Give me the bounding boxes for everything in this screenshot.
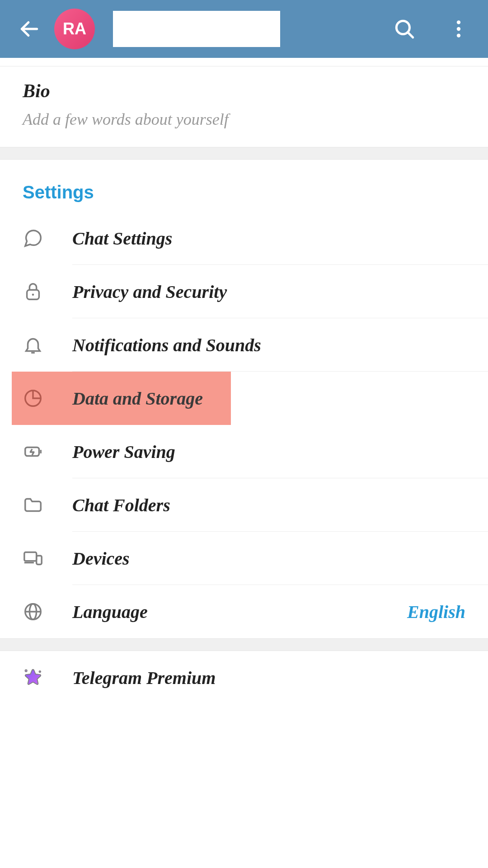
section-divider [0,638,488,651]
star-icon [23,667,72,688]
svg-point-3 [457,20,460,24]
battery-icon [23,441,72,462]
svg-point-18 [25,670,27,672]
svg-point-5 [457,33,460,37]
settings-item-language[interactable]: Language English [0,585,488,638]
bio-hint: Add a few words about yourself [23,110,465,129]
section-divider [0,147,488,160]
settings-item-label: Chat Folders [72,495,170,516]
settings-section-title: Settings [0,182,488,212]
settings-item-privacy-security[interactable]: Privacy and Security [0,265,488,318]
settings-item-label: Devices [72,548,130,569]
avatar[interactable]: RA [54,9,95,49]
settings-item-devices[interactable]: Devices [0,532,488,585]
svg-point-7 [32,293,34,296]
avatar-initials: RA [63,19,86,38]
settings-item-label: Notifications and Sounds [72,335,261,356]
settings-item-notifications[interactable]: Notifications and Sounds [0,318,488,372]
lock-icon [23,281,72,302]
bio-section[interactable]: Bio Add a few words about yourself [0,66,488,147]
settings-item-chat-settings[interactable]: Chat Settings [0,212,488,265]
svg-point-19 [39,671,41,672]
folder-icon [23,495,72,515]
search-button[interactable] [393,18,416,40]
settings-item-data-storage[interactable]: Data and Storage [0,372,488,425]
settings-item-power-saving[interactable]: Power Saving [0,425,488,478]
more-menu-button[interactable] [447,18,470,40]
premium-section: Telegram Premium [0,651,488,704]
chat-icon [23,228,72,249]
back-button[interactable] [18,18,41,40]
settings-item-premium[interactable]: Telegram Premium [0,651,488,704]
app-header: RA [0,0,488,58]
settings-item-label: Telegram Premium [72,667,216,689]
settings-section: Settings Chat Settings Privacy and Secur… [0,160,488,638]
settings-item-label: Language [72,601,148,623]
pie-icon [23,388,72,409]
svg-point-4 [457,27,460,31]
settings-item-label: Chat Settings [72,228,172,249]
svg-rect-12 [24,552,37,561]
devices-icon [23,548,72,569]
bell-icon [23,335,72,355]
svg-line-2 [408,32,413,37]
settings-item-label: Data and Storage [72,388,203,409]
profile-name-redacted [113,11,280,47]
globe-icon [23,601,72,622]
settings-item-value: English [407,601,465,623]
svg-rect-14 [37,556,42,564]
settings-item-label: Privacy and Security [72,281,227,302]
settings-item-chat-folders[interactable]: Chat Folders [0,478,488,532]
bio-title: Bio [23,80,465,102]
settings-item-label: Power Saving [72,441,175,462]
